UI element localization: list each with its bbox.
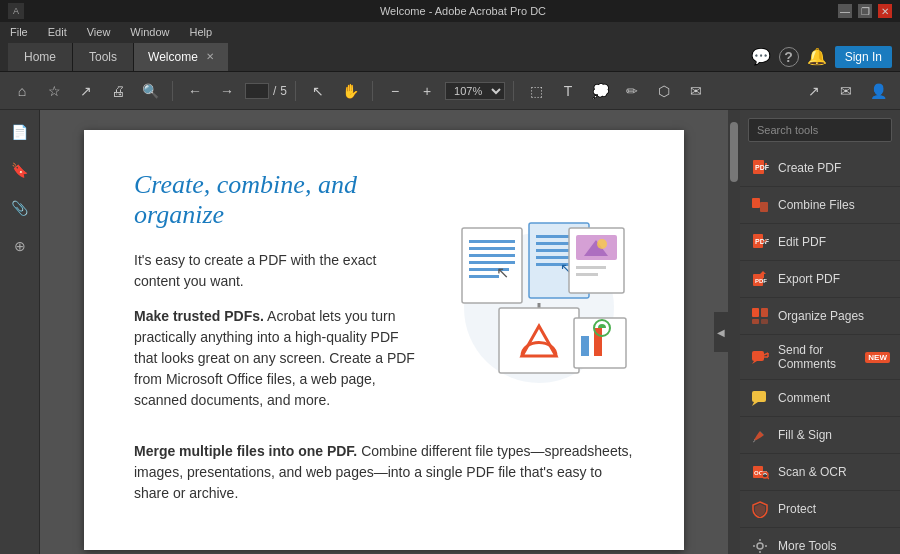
sidebar-attachment-icon[interactable]: 📎 (6, 194, 34, 222)
tool-item-export-pdf[interactable]: PDF Export PDF (740, 261, 900, 298)
svg-text:PDF: PDF (755, 238, 769, 245)
svg-marker-45 (752, 361, 757, 364)
chat-icon[interactable]: 💬 (751, 47, 771, 66)
tool-item-comment[interactable]: Comment (740, 380, 900, 417)
svg-rect-20 (576, 266, 606, 269)
tool-item-organize-pages[interactable]: Organize Pages (740, 298, 900, 335)
prev-page-button[interactable]: ← (181, 77, 209, 105)
page-nav: 3 / 5 (245, 83, 287, 99)
share-icon[interactable]: ↗ (72, 77, 100, 105)
svg-text:PDF: PDF (755, 278, 767, 284)
bell-icon[interactable]: 🔔 (807, 47, 827, 66)
tool-item-scan-ocr[interactable]: OCR Scan & OCR (740, 454, 900, 491)
pdf-illustration-svg: ↖ ↖ (444, 208, 634, 388)
zoom-out-button[interactable]: − (381, 77, 409, 105)
svg-rect-3 (469, 247, 515, 250)
pdf-body1-bold: Make trusted PDFs. (134, 308, 264, 324)
tab-close-icon[interactable]: ✕ (206, 51, 214, 62)
tool-item-protect[interactable]: Protect (740, 491, 900, 528)
star-button[interactable]: ☆ (40, 77, 68, 105)
tool-item-create-pdf[interactable]: PDF Create PDF (740, 150, 900, 187)
tab-home[interactable]: Home (8, 43, 73, 71)
doc-wrapper: Create, combine, and organize It's easy … (40, 110, 728, 554)
menu-view[interactable]: View (83, 26, 115, 38)
text-select-button[interactable]: T (554, 77, 582, 105)
pdf-intro-text: It's easy to create a PDF with the exact… (134, 250, 424, 292)
tool-item-more-tools[interactable]: More Tools (740, 528, 900, 554)
marquee-tool-button[interactable]: ⬚ (522, 77, 550, 105)
highlight-tool-button[interactable]: ✏ (618, 77, 646, 105)
svg-line-55 (767, 477, 769, 479)
tab-bar: Home Tools Welcome ✕ 💬 ? 🔔 Sign In (0, 42, 900, 72)
draw-tool-button[interactable]: ⬡ (650, 77, 678, 105)
fill-sign-icon (750, 425, 770, 445)
separator-2 (295, 81, 296, 101)
tab-tools[interactable]: Tools (73, 43, 134, 71)
zoom-select[interactable]: 107% 100% 75% 125% 150% (445, 82, 505, 100)
pdf-page: Create, combine, and organize It's easy … (84, 130, 684, 550)
svg-rect-41 (761, 308, 768, 317)
stamp-tool-button[interactable]: ✉ (682, 77, 710, 105)
share-button-right[interactable]: ↗ (800, 77, 828, 105)
comment-tool-button[interactable]: 💭 (586, 77, 614, 105)
svg-rect-43 (761, 319, 768, 324)
tool-item-edit-pdf[interactable]: PDF Edit PDF (740, 224, 900, 261)
svg-rect-24 (499, 308, 579, 373)
pdf-body-bottom: Merge multiple files into one PDF. Combi… (134, 441, 634, 504)
collapse-panel-toggle[interactable]: ◀ (714, 312, 728, 352)
menu-file[interactable]: File (6, 26, 32, 38)
home-button[interactable]: ⌂ (8, 77, 36, 105)
svg-text:OCR: OCR (754, 470, 768, 476)
scan-ocr-icon: OCR (750, 462, 770, 482)
pdf-body2: Merge multiple files into one PDF. Combi… (134, 441, 634, 504)
doc-scrollbar[interactable] (728, 110, 740, 554)
search-button[interactable]: 🔍 (136, 77, 164, 105)
more-tools-label: More Tools (778, 539, 836, 553)
title-bar: A Welcome - Adobe Acrobat Pro DC — ❐ ✕ (0, 0, 900, 22)
menu-help[interactable]: Help (185, 26, 216, 38)
zoom-in-button[interactable]: + (413, 77, 441, 105)
restore-button[interactable]: ❐ (858, 4, 872, 18)
send-comments-label: Send for Comments (778, 343, 857, 371)
help-icon[interactable]: ? (779, 47, 799, 67)
cursor-tool-button[interactable]: ↖ (304, 77, 332, 105)
next-page-button[interactable]: → (213, 77, 241, 105)
tool-item-send-comments[interactable]: Send for Comments NEW (740, 335, 900, 380)
page-input[interactable]: 3 (245, 83, 269, 99)
sidebar-layers-icon[interactable]: ⊕ (6, 232, 34, 260)
comment-label: Comment (778, 391, 830, 405)
menu-edit[interactable]: Edit (44, 26, 71, 38)
tab-welcome-label: Welcome (148, 50, 198, 64)
hand-tool-button[interactable]: ✋ (336, 77, 364, 105)
tool-item-combine-files[interactable]: Combine Files (740, 187, 900, 224)
page-total: 5 (280, 84, 287, 98)
sidebar-pages-icon[interactable]: 📄 (6, 118, 34, 146)
tools-search-input[interactable] (748, 118, 892, 142)
close-button[interactable]: ✕ (878, 4, 892, 18)
create-pdf-icon: PDF (750, 158, 770, 178)
send-comments-badge: NEW (865, 352, 890, 363)
person-button[interactable]: 👤 (864, 77, 892, 105)
separator-1 (172, 81, 173, 101)
organize-pages-label: Organize Pages (778, 309, 864, 323)
tool-item-fill-sign[interactable]: Fill & Sign (740, 417, 900, 454)
menu-window[interactable]: Window (126, 26, 173, 38)
signin-area: 💬 ? 🔔 Sign In (751, 46, 892, 68)
svg-rect-21 (576, 273, 598, 276)
edit-pdf-label: Edit PDF (778, 235, 826, 249)
signin-button[interactable]: Sign In (835, 46, 892, 68)
separator-4 (513, 81, 514, 101)
minimize-button[interactable]: — (838, 4, 852, 18)
page-separator: / (273, 84, 276, 98)
sidebar-bookmark-icon[interactable]: 🔖 (6, 156, 34, 184)
svg-rect-34 (760, 202, 768, 212)
pdf-intro: It's easy to create a PDF with the exact… (134, 250, 424, 411)
tab-welcome[interactable]: Welcome ✕ (134, 43, 228, 71)
svg-rect-40 (752, 308, 759, 317)
print-button[interactable]: 🖨 (104, 77, 132, 105)
main-layout: 📄 🔖 📎 ⊕ Create, combine, and organize It… (0, 110, 900, 554)
action-bar: ⌂ ☆ ↗ 🖨 🔍 ← → 3 / 5 ↖ ✋ − + 107% 100% 75… (0, 72, 900, 110)
svg-point-56 (757, 543, 763, 549)
doc-scrollbar-thumb[interactable] (730, 122, 738, 182)
message-button[interactable]: ✉ (832, 77, 860, 105)
